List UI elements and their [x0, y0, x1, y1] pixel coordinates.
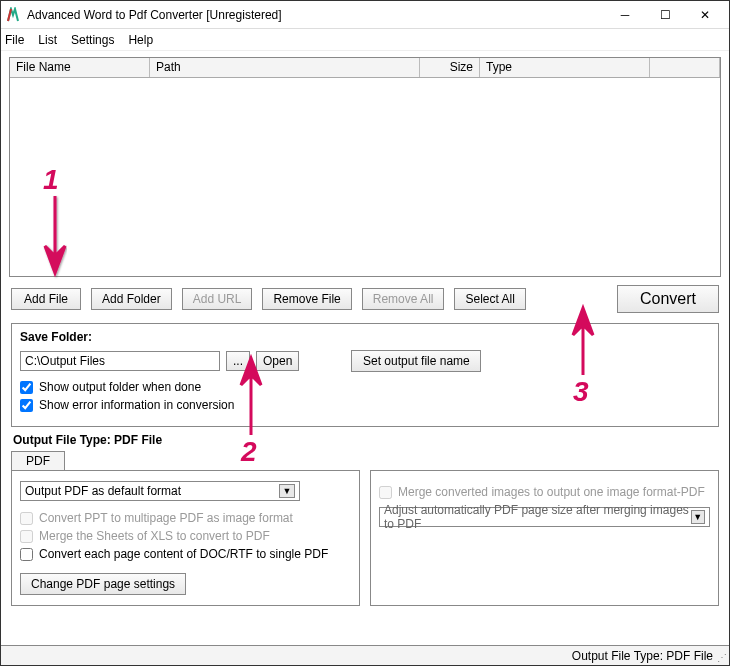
dropdown-arrow-icon: ▼	[279, 484, 295, 498]
menu-settings[interactable]: Settings	[71, 33, 114, 47]
window-title: Advanced Word to Pdf Converter [Unregist…	[27, 8, 605, 22]
menu-list[interactable]: List	[38, 33, 57, 47]
column-path[interactable]: Path	[150, 58, 420, 77]
doc-single-checkbox[interactable]: Convert each page content of DOC/RTF to …	[20, 547, 351, 561]
menu-help[interactable]: Help	[128, 33, 153, 47]
set-output-name-button[interactable]: Set output file name	[351, 350, 481, 372]
xls-merge-checkbox: Merge the Sheets of XLS to convert to PD…	[20, 529, 351, 543]
add-url-button[interactable]: Add URL	[182, 288, 253, 310]
adjust-page-size-select[interactable]: Adjust automatically PDF page size after…	[379, 507, 710, 527]
tab-pdf[interactable]: PDF	[11, 451, 65, 470]
doc-single-check[interactable]	[20, 548, 33, 561]
select-all-button[interactable]: Select All	[454, 288, 525, 310]
column-end[interactable]	[650, 58, 720, 77]
column-type[interactable]: Type	[480, 58, 650, 77]
merge-images-checkbox: Merge converted images to output one ima…	[379, 485, 710, 499]
save-path-input[interactable]	[20, 351, 220, 371]
right-options-panel: Merge converted images to output one ima…	[370, 470, 719, 606]
xls-merge-check	[20, 530, 33, 543]
browse-button[interactable]: ...	[226, 351, 250, 371]
menu-bar: File List Settings Help	[1, 29, 729, 51]
list-header: File Name Path Size Type	[10, 58, 720, 78]
show-output-folder-checkbox[interactable]: Show output folder when done	[20, 380, 710, 394]
tabs: PDF	[11, 451, 719, 470]
change-pdf-settings-button[interactable]: Change PDF page settings	[20, 573, 186, 595]
close-button[interactable]: ✕	[685, 3, 725, 27]
app-icon	[5, 7, 21, 23]
merge-images-check	[379, 486, 392, 499]
left-options-panel: Output PDF as default format ▼ Convert P…	[11, 470, 360, 606]
show-error-check[interactable]	[20, 399, 33, 412]
show-error-checkbox[interactable]: Show error information in conversion	[20, 398, 710, 412]
save-folder-label: Save Folder:	[20, 330, 710, 344]
maximize-button[interactable]: ☐	[645, 3, 685, 27]
add-file-button[interactable]: Add File	[11, 288, 81, 310]
file-list: File Name Path Size Type	[9, 57, 721, 277]
status-text: Output File Type: PDF File	[572, 649, 713, 663]
resize-grip-icon[interactable]: ⋰	[717, 652, 727, 663]
title-bar: Advanced Word to Pdf Converter [Unregist…	[1, 1, 729, 29]
ppt-multipage-check	[20, 512, 33, 525]
convert-button[interactable]: Convert	[617, 285, 719, 313]
remove-file-button[interactable]: Remove File	[262, 288, 351, 310]
action-button-row: Add File Add Folder Add URL Remove File …	[1, 281, 729, 321]
column-size[interactable]: Size	[420, 58, 480, 77]
save-folder-panel: Save Folder: ... Open Set output file na…	[11, 323, 719, 427]
remove-all-button[interactable]: Remove All	[362, 288, 445, 310]
add-folder-button[interactable]: Add Folder	[91, 288, 172, 310]
output-format-select[interactable]: Output PDF as default format ▼	[20, 481, 300, 501]
minimize-button[interactable]: ─	[605, 3, 645, 27]
status-bar: Output File Type: PDF File ⋰	[1, 645, 729, 665]
show-output-folder-check[interactable]	[20, 381, 33, 394]
column-filename[interactable]: File Name	[10, 58, 150, 77]
dropdown-arrow-icon: ▼	[691, 510, 705, 524]
menu-file[interactable]: File	[5, 33, 24, 47]
open-button[interactable]: Open	[256, 351, 299, 371]
ppt-multipage-checkbox: Convert PPT to multipage PDF as image fo…	[20, 511, 351, 525]
output-file-type-label: Output File Type: PDF File	[13, 433, 729, 447]
